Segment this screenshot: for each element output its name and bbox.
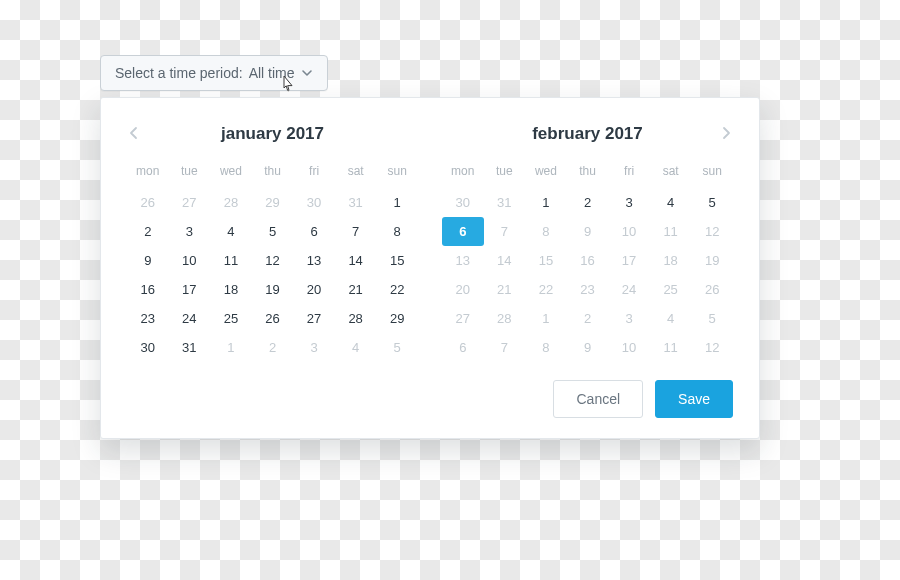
calendar-day[interactable]: 17 xyxy=(169,275,211,304)
calendar-day[interactable]: 26 xyxy=(252,304,294,333)
calendar-day[interactable]: 19 xyxy=(252,275,294,304)
calendar-day[interactable]: 28 xyxy=(210,188,252,217)
calendar-day[interactable]: 3 xyxy=(608,188,650,217)
month-title: february 2017 xyxy=(532,124,643,144)
calendar-day[interactable]: 3 xyxy=(293,333,335,362)
calendar-day[interactable]: 13 xyxy=(293,246,335,275)
calendar-day[interactable]: 23 xyxy=(567,275,609,304)
calendar-day[interactable]: 18 xyxy=(210,275,252,304)
calendar-day[interactable]: 8 xyxy=(376,217,418,246)
calendar-day[interactable]: 3 xyxy=(608,304,650,333)
weekday-label: sun xyxy=(376,158,418,188)
calendar-day[interactable]: 30 xyxy=(293,188,335,217)
calendar-day[interactable]: 30 xyxy=(127,333,169,362)
calendar-day[interactable]: 31 xyxy=(169,333,211,362)
calendar-day[interactable]: 15 xyxy=(376,246,418,275)
calendar-day[interactable]: 17 xyxy=(608,246,650,275)
calendar-day[interactable]: 9 xyxy=(567,333,609,362)
calendar-day[interactable]: 2 xyxy=(127,217,169,246)
calendar-day[interactable]: 24 xyxy=(608,275,650,304)
calendar-day[interactable]: 7 xyxy=(335,217,377,246)
calendar-day[interactable]: 4 xyxy=(210,217,252,246)
calendar-day[interactable]: 22 xyxy=(525,275,567,304)
calendar-day[interactable]: 13 xyxy=(442,246,484,275)
calendar-day[interactable]: 1 xyxy=(376,188,418,217)
calendar-day[interactable]: 7 xyxy=(484,217,526,246)
calendar-day[interactable]: 9 xyxy=(567,217,609,246)
weekday-label: tue xyxy=(169,158,211,188)
calendar-day[interactable]: 28 xyxy=(484,304,526,333)
calendar-day[interactable]: 12 xyxy=(252,246,294,275)
calendar-day[interactable]: 31 xyxy=(335,188,377,217)
calendar-day-selected[interactable]: 6 xyxy=(442,217,484,246)
calendar-day[interactable]: 20 xyxy=(442,275,484,304)
calendar-day[interactable]: 6 xyxy=(442,333,484,362)
calendar-day[interactable]: 28 xyxy=(335,304,377,333)
calendar-day[interactable]: 12 xyxy=(691,217,733,246)
calendar-day[interactable]: 29 xyxy=(252,188,294,217)
calendar-day[interactable]: 19 xyxy=(691,246,733,275)
prev-month-button[interactable] xyxy=(123,122,145,144)
calendar-day[interactable]: 4 xyxy=(335,333,377,362)
next-month-button[interactable] xyxy=(715,122,737,144)
calendar-day[interactable]: 1 xyxy=(525,304,567,333)
calendar-day[interactable]: 22 xyxy=(376,275,418,304)
calendar-day[interactable]: 27 xyxy=(442,304,484,333)
calendar-day[interactable]: 1 xyxy=(210,333,252,362)
calendar-day[interactable]: 26 xyxy=(127,188,169,217)
calendar-day[interactable]: 8 xyxy=(525,333,567,362)
calendar-day[interactable]: 18 xyxy=(650,246,692,275)
calendar-day[interactable]: 6 xyxy=(293,217,335,246)
calendar-day[interactable]: 16 xyxy=(567,246,609,275)
save-button[interactable]: Save xyxy=(655,380,733,418)
calendar-day[interactable]: 2 xyxy=(567,188,609,217)
calendar-day[interactable]: 10 xyxy=(608,217,650,246)
calendar-day[interactable]: 2 xyxy=(567,304,609,333)
calendar-day[interactable]: 27 xyxy=(169,188,211,217)
cancel-button[interactable]: Cancel xyxy=(553,380,643,418)
calendar-day[interactable]: 5 xyxy=(691,304,733,333)
calendar-day[interactable]: 23 xyxy=(127,304,169,333)
calendar-day[interactable]: 11 xyxy=(650,217,692,246)
time-period-dropdown[interactable]: Select a time period: All time xyxy=(100,55,328,91)
calendar-day[interactable]: 16 xyxy=(127,275,169,304)
weekday-label: wed xyxy=(525,158,567,188)
weekday-label: sat xyxy=(650,158,692,188)
calendar-day[interactable]: 15 xyxy=(525,246,567,275)
calendar-day[interactable]: 5 xyxy=(691,188,733,217)
weekday-label: sun xyxy=(691,158,733,188)
calendar-day[interactable]: 20 xyxy=(293,275,335,304)
calendar-day[interactable]: 4 xyxy=(650,304,692,333)
calendar-day[interactable]: 21 xyxy=(335,275,377,304)
calendar-day[interactable]: 14 xyxy=(484,246,526,275)
calendar-day[interactable]: 24 xyxy=(169,304,211,333)
calendar-day[interactable]: 21 xyxy=(484,275,526,304)
calendar-day[interactable]: 27 xyxy=(293,304,335,333)
calendar-day[interactable]: 12 xyxy=(691,333,733,362)
calendar-day[interactable]: 5 xyxy=(376,333,418,362)
calendar-day[interactable]: 25 xyxy=(650,275,692,304)
calendar-day[interactable]: 8 xyxy=(525,217,567,246)
calendar-day[interactable]: 11 xyxy=(210,246,252,275)
calendar-day[interactable]: 1 xyxy=(525,188,567,217)
calendar-day[interactable]: 7 xyxy=(484,333,526,362)
calendar-day[interactable]: 14 xyxy=(335,246,377,275)
weekday-label: fri xyxy=(608,158,650,188)
calendar-day[interactable]: 25 xyxy=(210,304,252,333)
calendar-day[interactable]: 31 xyxy=(484,188,526,217)
calendar-day[interactable]: 10 xyxy=(608,333,650,362)
calendar-day[interactable]: 4 xyxy=(650,188,692,217)
weekday-label: wed xyxy=(210,158,252,188)
calendar-day[interactable]: 30 xyxy=(442,188,484,217)
calendar-day[interactable]: 9 xyxy=(127,246,169,275)
weekday-label: sat xyxy=(335,158,377,188)
calendar-day[interactable]: 5 xyxy=(252,217,294,246)
calendar-day[interactable]: 3 xyxy=(169,217,211,246)
calendar-day[interactable]: 26 xyxy=(691,275,733,304)
calendar-day[interactable]: 10 xyxy=(169,246,211,275)
calendar-month: february 2017montuewedthufrisatsun303112… xyxy=(442,120,733,362)
calendar-day[interactable]: 2 xyxy=(252,333,294,362)
calendar-day[interactable]: 11 xyxy=(650,333,692,362)
weekday-label: thu xyxy=(567,158,609,188)
calendar-day[interactable]: 29 xyxy=(376,304,418,333)
